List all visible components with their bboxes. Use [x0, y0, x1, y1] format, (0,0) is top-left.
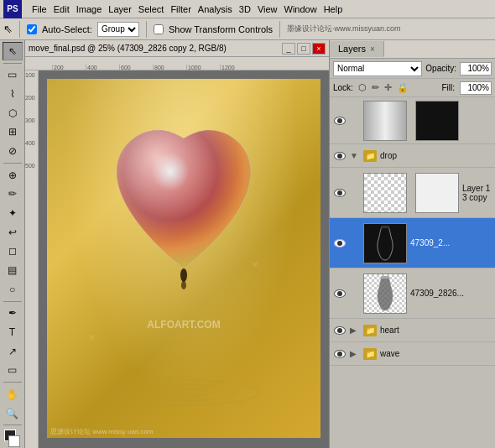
ruler-tick: 1000	[186, 65, 220, 70]
layer-item-heart-folder[interactable]: ▶ 📁 heart	[330, 319, 495, 342]
layer-name-47309-2826: 47309_2826...	[410, 289, 492, 298]
marquee-tool[interactable]: ▭	[3, 66, 23, 85]
document-window: move_final.psd @ 25% (47309_2826 copy 2,…	[25, 40, 329, 448]
ruler-v-tick: 100	[25, 72, 38, 78]
tools-separator-3	[3, 301, 22, 302]
quick-select-tool[interactable]: ⬡	[3, 104, 23, 122]
color-boxes	[3, 430, 23, 448]
menu-layer[interactable]: Layer	[108, 4, 132, 14]
brush-tool[interactable]: ✏	[3, 185, 23, 204]
eye-pupil	[337, 291, 342, 296]
svg-point-0	[180, 268, 187, 282]
layer-item-thumbnails[interactable]	[330, 97, 495, 144]
layers-panel: Layers × Normal Multiply Screen Overlay …	[329, 40, 495, 448]
heart-container	[91, 96, 276, 306]
menu-window[interactable]: Window	[284, 4, 317, 14]
move-tool[interactable]: ⇖	[3, 42, 23, 60]
auto-select-checkbox[interactable]	[27, 24, 37, 34]
layer-visibility-toggle[interactable]	[333, 114, 346, 128]
layer-item-wave-folder[interactable]: ▶ 📁 wave	[330, 342, 495, 366]
eye-icon	[334, 189, 346, 197]
blend-mode-select[interactable]: Normal Multiply Screen Overlay	[333, 61, 422, 76]
lock-all-icon[interactable]: 🔒	[397, 82, 409, 93]
zoom-tool[interactable]: 🔍	[3, 404, 23, 423]
maximize-button[interactable]: □	[297, 43, 310, 55]
menu-help[interactable]: Help	[324, 4, 343, 14]
eye-icon	[334, 326, 346, 335]
layers-tab-label: Layers	[338, 44, 366, 54]
layer-thumb-47309-2826	[363, 273, 407, 314]
bokeh-heart: ♥	[88, 331, 100, 342]
dodge-tool[interactable]: ○	[3, 280, 23, 299]
close-button[interactable]: ×	[312, 43, 326, 55]
menu-image[interactable]: Image	[76, 4, 102, 14]
minimize-button[interactable]: _	[282, 43, 295, 55]
layer-visibility-toggle[interactable]	[333, 347, 346, 361]
layers-tab[interactable]: Layers ×	[330, 41, 384, 57]
ruler-ticks-h: 200 400 600 800 1000 1200	[52, 57, 253, 70]
menu-view[interactable]: View	[258, 4, 278, 14]
ps-logo: PS	[3, 0, 22, 18]
eraser-tool[interactable]: ◻	[3, 242, 23, 261]
ruler-tick: 600	[119, 65, 153, 70]
history-brush-tool[interactable]: ↩	[3, 223, 23, 242]
menu-filter[interactable]: Filter	[170, 4, 190, 14]
lock-transparency-icon[interactable]: ⬡	[358, 82, 367, 93]
menu-3d[interactable]: 3D	[239, 4, 251, 14]
layer-name-wave: wave	[380, 349, 492, 358]
crop-tool[interactable]: ⊞	[3, 123, 23, 142]
layers-list: ▼ 📁 drop Layer 13 copy	[330, 97, 495, 448]
canvas-area: move_final.psd @ 25% (47309_2826 copy 2,…	[25, 40, 329, 448]
layer-visibility-toggle[interactable]	[333, 237, 346, 250]
options-bar: ⇖ Auto-Select: Group Layer Show Transfor…	[0, 18, 495, 40]
eye-icon	[334, 117, 346, 125]
path-select-tool[interactable]: ↗	[3, 342, 23, 361]
lock-position-icon[interactable]: ✛	[384, 82, 392, 93]
canvas-content[interactable]: ♥ ♥ ♥ ♥ ♥	[39, 70, 329, 448]
layer-item-drop-folder[interactable]: ▼ 📁 drop	[330, 144, 495, 168]
svg-rect-5	[381, 226, 389, 228]
layer-thumb-13copy-mask	[415, 173, 459, 213]
fill-input[interactable]: 100%	[460, 81, 492, 95]
layer-item-47309-2826[interactable]: 47309_2826...	[330, 268, 495, 319]
menu-file[interactable]: File	[32, 4, 47, 14]
layer-name-13copy: Layer 13 copy	[462, 184, 492, 202]
background-color[interactable]	[8, 435, 20, 447]
pen-tool[interactable]: ✒	[3, 304, 23, 322]
layer-expand-arrow[interactable]: ▼	[350, 151, 360, 160]
tools-separator-2	[3, 163, 22, 164]
menu-analysis[interactable]: Analysis	[198, 4, 232, 14]
layer-expand-arrow-heart[interactable]: ▶	[350, 326, 360, 335]
lasso-tool[interactable]: ⌇	[3, 85, 23, 103]
layer-item-47309-2[interactable]: 47309_2...	[330, 218, 495, 268]
eye-icon	[334, 152, 346, 160]
layer-visibility-toggle[interactable]	[333, 186, 346, 200]
hand-tool[interactable]: ✋	[3, 385, 23, 404]
opacity-input[interactable]: 100%	[460, 62, 492, 76]
ruler-tick: 800	[153, 65, 186, 70]
layers-tab-close[interactable]: ×	[370, 44, 375, 54]
layer-item-13-copy[interactable]: Layer 13 copy	[330, 168, 495, 218]
gradient-tool[interactable]: ▤	[3, 261, 23, 279]
layer-visibility-toggle[interactable]	[333, 324, 346, 337]
eye-pupil	[337, 118, 342, 123]
show-transform-checkbox[interactable]	[154, 24, 164, 34]
eyedropper-tool[interactable]: ⊘	[3, 142, 23, 160]
eye-pupil	[337, 328, 342, 333]
menu-select[interactable]: Select	[138, 4, 164, 14]
lock-paint-icon[interactable]: ✏	[372, 82, 379, 93]
clone-tool[interactable]: ✦	[3, 204, 23, 222]
lock-label: Lock:	[333, 83, 353, 92]
layer-visibility-toggle[interactable]	[333, 149, 346, 163]
spot-heal-tool[interactable]: ⊕	[3, 166, 23, 185]
auto-select-type-dropdown[interactable]: Group Layer	[97, 22, 139, 37]
ruler-tick: 1200	[220, 65, 253, 70]
layer-expand-arrow-wave[interactable]: ▶	[350, 349, 360, 358]
blend-mode-row: Normal Multiply Screen Overlay Opacity: …	[330, 59, 495, 79]
eye-icon	[334, 239, 346, 247]
shape-tool[interactable]: ▭	[3, 361, 23, 379]
horizontal-ruler: 200 400 600 800 1000 1200	[25, 57, 329, 70]
text-tool[interactable]: T	[3, 323, 23, 341]
layer-visibility-toggle[interactable]	[333, 287, 346, 300]
menu-edit[interactable]: Edit	[54, 4, 70, 14]
